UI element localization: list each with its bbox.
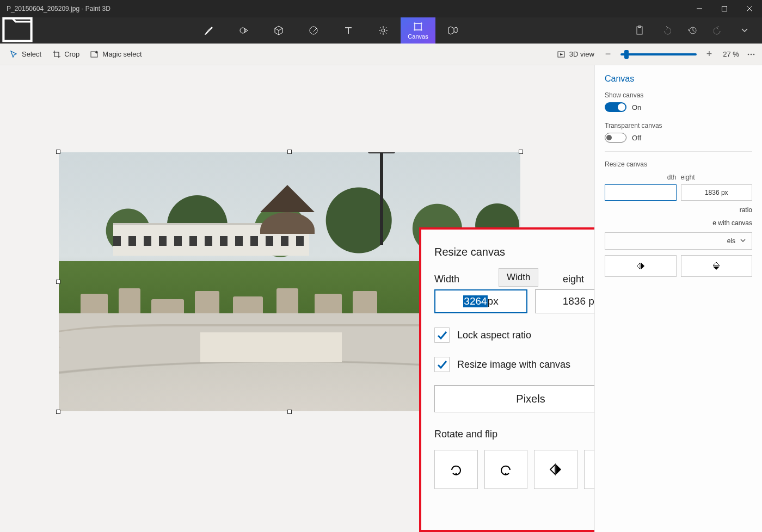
paste-button[interactable] <box>627 17 653 44</box>
check-icon <box>434 327 450 343</box>
lock-aspect-checkbox[interactable]: Lock aspect ratio <box>434 327 594 343</box>
flip-vertical-button[interactable] <box>584 450 595 489</box>
2d-shapes-tool[interactable] <box>226 17 261 44</box>
svg-point-27 <box>748 53 749 55</box>
lock-aspect-small[interactable]: ratio <box>605 206 752 214</box>
width-input-value: 3264 <box>463 295 487 307</box>
svg-point-30 <box>455 473 457 475</box>
maximize-button[interactable] <box>712 0 737 17</box>
show-canvas-state: On <box>632 103 641 112</box>
ribbon: Canvas <box>0 17 762 44</box>
resize-handle[interactable] <box>287 150 292 154</box>
3d-shapes-tool[interactable] <box>261 17 296 44</box>
show-canvas-toggle[interactable] <box>605 102 626 112</box>
transparent-canvas-label: Transparent canvas <box>605 122 752 129</box>
rotate-right-button[interactable] <box>484 450 528 489</box>
resize-canvas-zoom-panel: Resize canvas Width eight Width 3264px 1… <box>419 227 594 532</box>
height-input-small[interactable]: 1836 px <box>681 184 753 201</box>
stickers-tool[interactable] <box>296 17 331 44</box>
select-label: Select <box>22 50 41 58</box>
panel-title: Canvas <box>605 74 752 84</box>
title-bar: P_20150604_205209.jpg - Paint 3D <box>0 0 762 17</box>
transparent-canvas-state: Off <box>632 134 641 142</box>
svg-line-13 <box>385 33 386 34</box>
resize-with-canvas-label: Resize image with canvas <box>457 359 570 370</box>
zoom-slider[interactable] <box>620 53 697 55</box>
select-button[interactable]: Select <box>4 44 47 65</box>
more-chevron-button[interactable] <box>732 17 758 44</box>
units-dropdown-small[interactable]: els <box>605 232 752 250</box>
resize-with-small[interactable]: e with canvas <box>605 219 752 227</box>
transparent-canvas-toggle[interactable] <box>605 133 626 143</box>
svg-point-31 <box>505 473 507 475</box>
width-label: Width <box>434 274 499 285</box>
zoom-in-button[interactable]: + <box>701 48 717 60</box>
zoom-percent: 27 % <box>717 50 745 58</box>
resize-with-canvas-checkbox[interactable]: Resize image with canvas <box>434 357 594 372</box>
width-input[interactable]: 3264px <box>434 289 527 313</box>
lock-aspect-label: Lock aspect ratio <box>457 330 531 341</box>
rotate-left-button[interactable] <box>434 450 478 489</box>
3d-library-tool[interactable] <box>435 17 470 44</box>
lock-aspect-text: ratio <box>740 206 752 214</box>
flip-horizontal-small[interactable] <box>605 255 677 277</box>
close-button[interactable] <box>737 0 762 17</box>
units-value: Pixels <box>516 393 545 405</box>
svg-point-28 <box>751 53 752 55</box>
crop-button[interactable]: Crop <box>47 44 85 65</box>
brushes-tool[interactable] <box>192 17 226 44</box>
units-dropdown[interactable]: Pixels <box>434 385 594 412</box>
svg-point-29 <box>753 53 755 55</box>
svg-point-7 <box>382 29 385 32</box>
rotate-flip-title: Rotate and flip <box>434 429 594 440</box>
text-tool[interactable] <box>331 17 366 44</box>
svg-line-15 <box>380 33 381 34</box>
canvas-area[interactable]: Resize canvas Width eight Width 3264px 1… <box>0 65 594 532</box>
width-tooltip: Width <box>499 268 538 287</box>
canvas-tool-label: Canvas <box>408 33 428 40</box>
menu-button[interactable] <box>0 17 35 44</box>
effects-tool[interactable] <box>366 17 401 44</box>
height-label-small: eight <box>681 174 753 181</box>
height-value-small: 1836 px <box>705 189 728 196</box>
history-button[interactable] <box>679 17 705 44</box>
resize-with-text: e with canvas <box>712 219 752 227</box>
resize-canvas-title: Resize canvas <box>434 246 594 258</box>
toolbar-more-button[interactable] <box>745 44 758 65</box>
resize-handle[interactable] <box>56 150 60 154</box>
check-icon <box>434 357 450 372</box>
svg-rect-16 <box>415 23 421 30</box>
svg-line-14 <box>385 27 386 28</box>
width-input-small[interactable] <box>605 184 677 201</box>
canvas-panel: Canvas Show canvas On Transparent canvas… <box>594 65 762 532</box>
zoom-out-button[interactable]: − <box>600 48 616 60</box>
zoom-slider-thumb[interactable] <box>624 50 629 59</box>
width-label-small: dth <box>605 174 677 181</box>
resize-handle[interactable] <box>56 280 60 284</box>
height-input-value: 1836 px <box>563 295 594 307</box>
crop-label: Crop <box>64 50 79 58</box>
flip-horizontal-button[interactable] <box>534 450 577 489</box>
3d-view-button[interactable]: 3D view <box>552 44 600 65</box>
resize-handle[interactable] <box>56 410 60 414</box>
svg-marker-26 <box>560 53 563 55</box>
context-toolbar: Select Crop Magic select 3D view − + 27 … <box>0 44 762 65</box>
svg-line-12 <box>380 27 381 28</box>
svg-rect-21 <box>637 27 642 34</box>
magic-select-label: Magic select <box>102 50 142 58</box>
height-input[interactable]: 1836 px <box>535 289 594 313</box>
canvas-tool[interactable]: Canvas <box>401 17 435 44</box>
magic-select-button[interactable]: Magic select <box>85 44 147 65</box>
svg-rect-1 <box>722 7 727 11</box>
flip-vertical-small[interactable] <box>681 255 753 277</box>
resize-handle[interactable] <box>287 410 292 414</box>
resize-canvas-label: Resize canvas <box>605 160 752 168</box>
minimize-button[interactable] <box>687 0 712 17</box>
chevron-down-icon <box>740 237 746 245</box>
redo-button[interactable] <box>705 17 732 44</box>
width-input-unit: px <box>488 295 499 307</box>
3d-view-label: 3D view <box>569 50 594 58</box>
units-value-small: els <box>727 237 735 245</box>
undo-button[interactable] <box>653 17 679 44</box>
resize-handle[interactable] <box>519 150 523 154</box>
